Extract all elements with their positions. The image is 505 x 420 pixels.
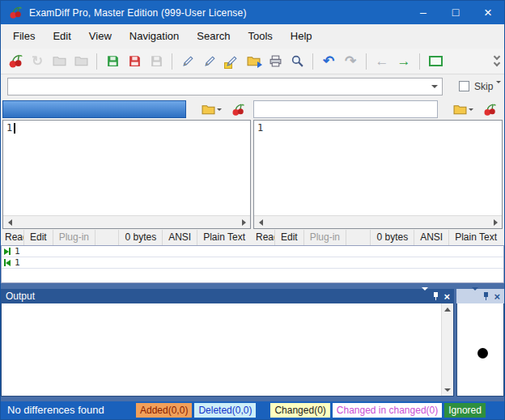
left-pane-status-bar: Read Edit Plug-in 0 bytes ANSI Plain Tex… — [2, 229, 251, 245]
chevron-down-icon — [469, 108, 473, 111]
file-size-indicator: 0 bytes — [118, 230, 162, 245]
next-difference-button[interactable]: → — [394, 52, 414, 71]
skip-checkbox-label: Skip — [474, 81, 493, 92]
triangle-left-icon — [8, 219, 12, 226]
output-panel-header[interactable]: Output × — [1, 289, 454, 303]
scroll-up-button[interactable] — [442, 303, 453, 316]
chevron-down-icon — [496, 81, 501, 97]
difference-row[interactable]: 1 — [2, 257, 503, 269]
options-combobox[interactable] — [7, 78, 443, 95]
plugin-indicator: Plug-in — [53, 230, 95, 245]
edit-first-file-button[interactable] — [178, 52, 197, 71]
right-horizontal-scrollbar[interactable] — [254, 215, 502, 228]
close-button[interactable]: × — [472, 1, 504, 24]
overview-dot — [477, 348, 488, 358]
difference-line-number: 1 — [15, 257, 20, 268]
open-session-button[interactable] — [244, 52, 263, 71]
app-cherries-icon — [8, 6, 23, 20]
file-size-indicator: 0 bytes — [370, 230, 414, 245]
save-second-file-button[interactable] — [125, 52, 144, 71]
output-content[interactable] — [1, 303, 454, 397]
triangle-down-icon — [444, 388, 451, 392]
undo-button[interactable]: ↶ — [319, 52, 338, 71]
save-first-file-button[interactable] — [103, 52, 122, 71]
panel-close-button[interactable]: × — [494, 291, 500, 302]
scroll-right-button[interactable] — [489, 216, 502, 228]
pencil-icon — [181, 54, 195, 68]
right-compare-button[interactable] — [479, 100, 500, 119]
left-editor[interactable]: 1 — [2, 120, 251, 229]
right-open-file-button[interactable] — [448, 100, 477, 119]
left-file-name-box[interactable] — [2, 100, 186, 118]
menu-view[interactable]: View — [80, 24, 121, 49]
scroll-left-button[interactable] — [254, 216, 267, 228]
panel-close-button[interactable]: × — [443, 291, 450, 302]
save-files-button[interactable] — [146, 52, 166, 71]
chevron-down-icon — [472, 287, 478, 302]
panel-menu-button[interactable] — [472, 291, 478, 302]
combobox-dropdown-button[interactable] — [427, 78, 442, 95]
triangle-up-icon — [444, 308, 451, 312]
right-editor[interactable]: 1 — [253, 120, 503, 229]
menu-tools[interactable]: Tools — [239, 24, 281, 49]
quick-edit-button[interactable] — [222, 52, 241, 71]
options-button[interactable] — [426, 52, 445, 71]
pin-icon[interactable] — [483, 292, 489, 301]
print-button[interactable] — [265, 52, 285, 71]
triangle-right-icon — [494, 219, 498, 226]
maximize-button[interactable]: □ — [439, 1, 472, 24]
difference-line-number: 1 — [15, 246, 20, 257]
options-icon — [429, 56, 443, 66]
menu-files[interactable]: Files — [4, 24, 44, 49]
pencil-icon — [203, 54, 217, 68]
open-session-arrow-icon — [257, 62, 262, 68]
open-second-file-button[interactable] — [71, 52, 91, 71]
menu-navigation[interactable]: Navigation — [121, 24, 188, 49]
encoding-indicator: ANSI — [414, 230, 448, 245]
status-message: No differences found — [7, 404, 104, 416]
redo-button[interactable]: ↷ — [341, 52, 360, 71]
compare-button[interactable] — [6, 52, 25, 71]
edit-second-file-button[interactable] — [200, 52, 219, 71]
copy-to-left-icon — [4, 259, 11, 266]
menu-edit[interactable]: Edit — [44, 24, 79, 49]
open-first-file-button[interactable] — [49, 52, 69, 71]
previous-difference-button[interactable]: ← — [372, 52, 392, 71]
minimize-button[interactable]: – — [407, 1, 439, 24]
left-compare-button[interactable] — [227, 100, 248, 119]
overview-panel-header[interactable]: × — [456, 289, 504, 303]
diff-panes: 1 Read Edit Plug-in 0 bytes ANSI Plain T… — [1, 99, 504, 245]
printer-icon — [269, 54, 282, 68]
menu-help[interactable]: Help — [282, 24, 321, 49]
pin-icon[interactable] — [433, 292, 439, 301]
bar-overflow-button[interactable] — [494, 83, 501, 98]
refresh-button[interactable]: ↻ — [28, 52, 47, 71]
differences-panel: 1 1 — [1, 245, 504, 283]
cherries-icon — [231, 103, 245, 117]
diff-legend: Added(0,0) Deleted(0,0) Changed(0) Chang… — [136, 403, 486, 418]
output-vertical-scrollbar[interactable] — [441, 303, 453, 396]
toolbar-separator — [96, 53, 97, 70]
toolbar-overflow-button[interactable] — [492, 55, 502, 67]
cherries-icon — [8, 53, 23, 69]
chevron-down-icon — [494, 60, 500, 66]
find-button[interactable] — [287, 52, 307, 71]
left-open-file-button[interactable] — [197, 100, 226, 119]
triangle-right-icon — [242, 219, 246, 226]
menu-search[interactable]: Search — [188, 24, 239, 49]
difference-row[interactable]: 1 — [2, 246, 503, 257]
panel-menu-button[interactable] — [422, 291, 428, 302]
edit-indicator: Edit — [275, 230, 304, 245]
right-file-name-box[interactable] — [253, 100, 438, 118]
window-controls: – □ × — [407, 1, 504, 24]
skip-checkbox[interactable] — [459, 81, 469, 91]
scroll-left-button[interactable] — [3, 216, 16, 228]
left-pane-header — [2, 99, 251, 120]
status-badge-changed-in-changed: Changed in changed(0) — [333, 403, 442, 418]
scroll-down-button[interactable] — [442, 384, 453, 396]
window-title: ExamDiff Pro, Master Edition (999-User L… — [29, 7, 247, 19]
scroll-right-button[interactable] — [237, 216, 250, 228]
left-horizontal-scrollbar[interactable] — [3, 215, 250, 228]
overview-content[interactable] — [456, 303, 504, 397]
output-panel-buttons: × — [422, 291, 454, 302]
